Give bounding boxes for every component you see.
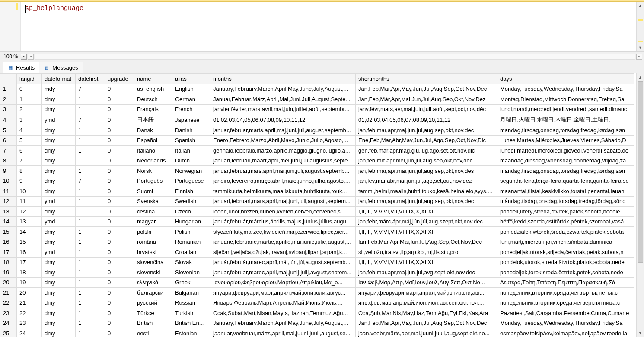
tab-results[interactable]: ▦ Results: [3, 62, 39, 73]
scroll-up-icon[interactable]: ▲: [637, 2, 644, 10]
cell-days[interactable]: luni,marţi,miercuri,joi,vineri,sîmbătă,d…: [497, 237, 634, 247]
cell-shortmonths[interactable]: януари,февруари,март,април,май,юни,юли,а…: [356, 288, 497, 298]
cell-upgrade[interactable]: 0: [105, 247, 134, 258]
cell-days[interactable]: Pazartesi,Salı,Çarşamba,Perşembe,Cuma,Cu…: [497, 308, 634, 318]
cell-days[interactable]: 月曜日,火曜日,水曜日,木曜日,金曜日,土曜日,: [497, 114, 634, 125]
cell-upgrade[interactable]: 0: [105, 328, 134, 337]
results-grid-scroll[interactable]: langid dateformat datefirst upgrade name…: [0, 73, 636, 337]
cell-upgrade[interactable]: 0: [105, 227, 134, 237]
cell-upgrade[interactable]: 0: [105, 298, 134, 308]
editor-vertical-scrollbar[interactable]: ▲ ▼: [636, 2, 644, 51]
cell-name[interactable]: Italiano: [134, 146, 172, 156]
cell-shortmonths[interactable]: Ene,Feb,Mar,Abr,May,Jun,Jul,Ago,Sep,Oct,…: [356, 135, 497, 146]
cell-langid[interactable]: 2: [17, 104, 42, 114]
cell-dateformat[interactable]: dmy: [42, 156, 76, 166]
cell-upgrade[interactable]: 0: [105, 216, 134, 227]
cell-name[interactable]: Dansk: [134, 125, 172, 136]
cell-name[interactable]: Türkçe: [134, 308, 172, 318]
cell-alias[interactable]: Estonian: [172, 328, 210, 337]
cell-days[interactable]: segunda-feira,terça-feira,quarta-feira,q…: [497, 176, 634, 186]
cell-upgrade[interactable]: 0: [105, 318, 134, 328]
cell-upgrade[interactable]: 0: [105, 135, 134, 146]
row-number[interactable]: 12: [0, 196, 17, 207]
cell-langid[interactable]: 17: [17, 257, 42, 267]
table-row[interactable]: 87dmy10NederlandsDutchjanuari,februari,m…: [0, 156, 634, 166]
scroll-up-icon[interactable]: ▲: [637, 73, 644, 81]
cell-days[interactable]: mandag,tirsdag,onsdag,torsdag,fredag,lør…: [497, 166, 634, 176]
results-grid[interactable]: langid dateformat datefirst upgrade name…: [0, 73, 634, 337]
cell-langid[interactable]: 0: [17, 84, 42, 94]
cell-shortmonths[interactable]: gen,feb,mar,apr,mag,giu,lug,ago,set,ott,…: [356, 146, 497, 156]
col-header-shortmonths[interactable]: shortmonths: [356, 74, 497, 84]
cell-dateformat[interactable]: dmy: [42, 94, 76, 105]
col-header-datefirst[interactable]: datefirst: [76, 74, 105, 84]
row-number[interactable]: 18: [0, 257, 17, 267]
cell-datefirst[interactable]: 7: [76, 84, 105, 94]
col-header-langid[interactable]: langid: [17, 74, 42, 84]
cell-upgrade[interactable]: 0: [105, 94, 134, 105]
cell-datefirst[interactable]: 1: [76, 104, 105, 114]
cell-upgrade[interactable]: 0: [105, 166, 134, 176]
cell-name[interactable]: slovenski: [134, 267, 172, 278]
editor-horizontal-scrollbar[interactable]: [35, 54, 635, 60]
cell-dateformat[interactable]: dmy: [42, 227, 76, 237]
table-row[interactable]: 98dmy10NorskNorwegianjanuar,februar,mars…: [0, 166, 634, 176]
cell-alias[interactable]: Portuguese: [172, 176, 210, 186]
cell-name[interactable]: Deutsch: [134, 94, 172, 105]
table-row[interactable]: 2221dmy10русскийRussianЯнварь,Февраль,Ма…: [0, 298, 634, 308]
cell-datefirst[interactable]: 1: [76, 207, 105, 217]
cell-upgrade[interactable]: 0: [105, 114, 134, 125]
cell-days[interactable]: понеделник,вторник,сряда,четвъртък,петък…: [497, 288, 634, 298]
table-row[interactable]: 2524dmy10eestiEstonianjaanuar,veebruar,m…: [0, 328, 634, 337]
cell-days[interactable]: maanantai,tiistai,keskiviikko,torstai,pe…: [497, 186, 634, 197]
cell-upgrade[interactable]: 0: [105, 125, 134, 136]
cell-datefirst[interactable]: 1: [76, 308, 105, 318]
cell-name[interactable]: slovenčina: [134, 257, 172, 267]
cell-datefirst[interactable]: 7: [76, 114, 105, 125]
cell-alias[interactable]: Norwegian: [172, 166, 210, 176]
cell-shortmonths[interactable]: jan,feb,mar,apr,maj,jun,jul,aug,sep,okt,…: [356, 125, 497, 136]
cell-days[interactable]: Δευτέρα,Τρίτη,Τετάρτη,Πέμπτη,Παρασκευή,Σ…: [497, 277, 634, 288]
row-number[interactable]: 14: [0, 216, 17, 227]
table-row[interactable]: 2423dmy10BritishBritish En...January,Feb…: [0, 318, 634, 328]
cell-upgrade[interactable]: 0: [105, 207, 134, 217]
cell-alias[interactable]: English: [172, 84, 210, 94]
cell-upgrade[interactable]: 0: [105, 257, 134, 267]
cell-upgrade[interactable]: 0: [105, 146, 134, 156]
cell-months[interactable]: janvier,février,mars,avril,mai,juin,juil…: [210, 104, 356, 114]
cell-alias[interactable]: Spanish: [172, 135, 210, 146]
cell-upgrade[interactable]: 0: [105, 237, 134, 247]
cell-months[interactable]: 01,02,03,04,05,06,07,08,09,10,11,12: [210, 114, 356, 125]
row-number[interactable]: 22: [0, 298, 17, 308]
cell-datefirst[interactable]: 1: [76, 166, 105, 176]
cell-shortmonths[interactable]: Ιαν,Φεβ,Μαρ,Απρ,Μαϊ,Ιουν,Ιουλ,Αυγ,Σεπ,Οκ…: [356, 277, 497, 288]
cell-datefirst[interactable]: 1: [76, 146, 105, 156]
cell-shortmonths[interactable]: Oca,Şub,Mar,Nis,May,Haz,Tem,Ağu,Eyl,Eki,…: [356, 308, 497, 318]
row-number[interactable]: 19: [0, 267, 17, 278]
cell-months[interactable]: Ocak,Şubat,Mart,Nisan,Mayıs,Haziran,Temm…: [210, 308, 356, 318]
row-number[interactable]: 9: [0, 166, 17, 176]
cell-alias[interactable]: Japanese: [172, 114, 210, 125]
cell-langid[interactable]: 1: [17, 94, 42, 105]
cell-upgrade[interactable]: 0: [105, 84, 134, 94]
cell-alias[interactable]: Romanian: [172, 237, 210, 247]
cell-langid[interactable]: 12: [17, 207, 42, 217]
cell-langid[interactable]: 24: [17, 328, 42, 337]
cell-upgrade[interactable]: 0: [105, 176, 134, 186]
cell-name[interactable]: български: [134, 288, 172, 298]
cell-days[interactable]: måndag,tisdag,onsdag,torsdag,fredag,lörd…: [497, 196, 634, 207]
cell-alias[interactable]: Polish: [172, 227, 210, 237]
cell-upgrade[interactable]: 0: [105, 277, 134, 288]
cell-alias[interactable]: Finnish: [172, 186, 210, 197]
cell-langid[interactable]: 18: [17, 267, 42, 278]
cell-shortmonths[interactable]: I,II,III,IV,V,VI,VII,VIII,IX,X,XI,XII: [356, 257, 497, 267]
cell-shortmonths[interactable]: jaan,veebr,märts,apr,mai,juuni,juuli,aug…: [356, 328, 497, 337]
cell-days[interactable]: pondelok,utorok,streda,štvrtok,piatok,so…: [497, 257, 634, 267]
cell-dateformat[interactable]: dmy: [42, 318, 76, 328]
row-number[interactable]: 5: [0, 125, 17, 136]
cell-shortmonths[interactable]: jan,febr,márc,ápr,máj,jún,júl,aug,szept,…: [356, 216, 497, 227]
cell-months[interactable]: януари,февруари,март,април,май,юни,юли,а…: [210, 288, 356, 298]
cell-dateformat[interactable]: dmy: [42, 135, 76, 146]
cell-name[interactable]: ελληνικά: [134, 277, 172, 288]
zoom-dropdown[interactable]: ▾: [21, 54, 27, 60]
